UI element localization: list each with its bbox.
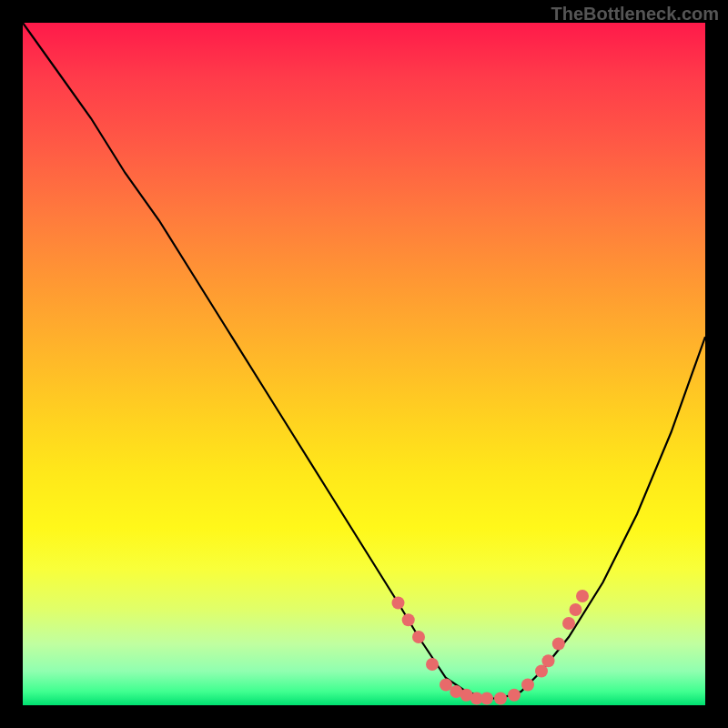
bottleneck-curve [23,23,705,699]
marker-dot [402,613,415,626]
watermark-text: TheBottleneck.com [551,4,719,25]
marker-dot [508,689,521,702]
plot-area [23,23,705,705]
marker-dot [562,617,575,630]
marker-dot [392,597,405,610]
marker-dot [521,679,534,692]
chart-container: TheBottleneck.com [0,0,728,728]
curve-svg [23,23,705,705]
marker-dot [412,631,425,643]
marker-dot [576,590,589,602]
marker-dot [552,638,565,651]
marker-dot [494,693,507,705]
curve-markers [392,590,590,705]
marker-dot [570,603,582,616]
marker-dot [542,654,555,667]
marker-dot [480,693,493,705]
marker-dot [426,658,439,671]
